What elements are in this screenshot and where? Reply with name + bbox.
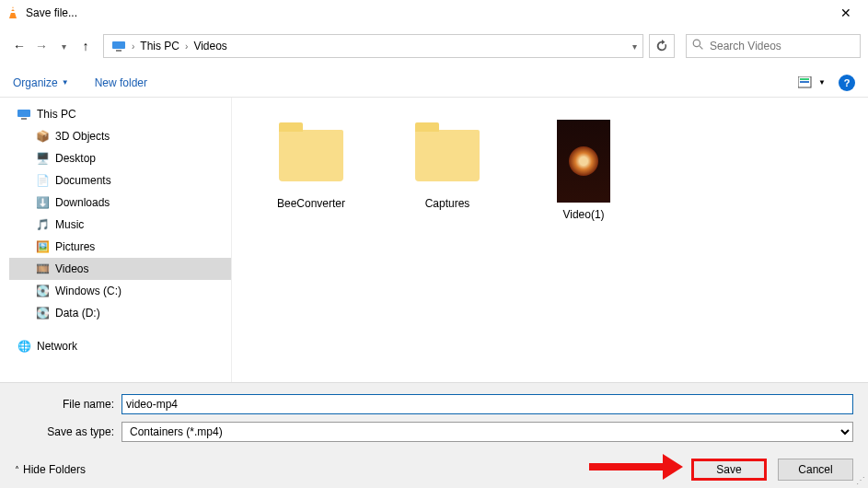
organize-button[interactable]: Organize▼ [13,76,69,89]
svg-rect-9 [800,81,809,83]
file-label: BeeConverter [277,197,345,210]
sidebar-item-videos[interactable]: 🎞️Videos [9,258,231,280]
folder-icon [415,130,480,181]
svg-rect-4 [116,50,122,52]
view-button[interactable]: ▼ [798,76,826,89]
svg-line-6 [700,46,702,49]
sidebar-item-downloads[interactable]: ⬇️Downloads [9,192,231,214]
svg-rect-1 [10,11,16,13]
save-button[interactable]: Save [691,459,767,481]
pc-icon [111,39,126,53]
resize-grip[interactable]: ⋰ [856,475,865,485]
videos-icon: 🎞️ [35,261,50,276]
tree-label: Windows (C:) [55,285,122,297]
svg-rect-3 [112,41,125,49]
drive-icon: 💽 [35,306,50,320]
tree-label: Documents [55,174,111,187]
chevron-right-icon: › [130,41,136,52]
tree-label: Downloads [55,196,110,209]
svg-rect-2 [11,8,15,10]
download-icon: ⬇️ [35,195,50,210]
sidebar-item-drive-d[interactable]: 💽Data (D:) [9,302,231,324]
music-icon: 🎵 [35,217,50,232]
sidebar-item-desktop[interactable]: 🖥️Desktop [9,147,231,169]
tree-label: Music [55,218,84,231]
save-type-label: Save as type: [15,425,114,438]
folder-icon [279,130,343,181]
close-icon[interactable]: ✕ [829,2,862,24]
chevron-down-icon: ▼ [62,78,69,87]
tree-label: 3D Objects [55,130,110,143]
new-folder-button[interactable]: New folder [95,76,147,89]
titlebar: Save file... ✕ [0,0,868,26]
chevron-right-icon: › [183,41,190,52]
tree-label: Videos [55,262,88,275]
file-label: Video(1) [562,208,604,221]
address-bar[interactable]: › This PC › Videos ▾ [103,34,643,58]
sidebar-item-drive-c[interactable]: 💽Windows (C:) [9,280,231,302]
sidebar: This PC 📦3D Objects 🖥️Desktop 📄Documents… [0,98,232,397]
footer: File name: Save as type: Containers (*.m… [0,382,868,488]
back-button[interactable]: ← [9,39,29,53]
pictures-icon: 🖼️ [35,239,50,254]
tree-label: Desktop [55,152,96,165]
pc-icon [17,107,31,122]
nav-arrows: ← → ▾ ↑ [7,39,98,53]
svg-rect-11 [21,118,27,120]
file-name-input[interactable] [122,394,853,414]
desktop-icon: 🖥️ [35,151,50,166]
network-icon: 🌐 [17,339,31,354]
svg-rect-10 [17,110,30,117]
svg-rect-8 [800,78,809,80]
breadcrumb-current[interactable]: Videos [190,40,230,52]
tree-label: Data (D:) [55,307,100,320]
breadcrumb-root[interactable]: This PC [136,40,183,52]
window-title: Save file... [26,6,829,19]
sidebar-item-network[interactable]: 🌐Network [9,335,231,357]
main-area: This PC 📦3D Objects 🖥️Desktop 📄Documents… [0,98,868,397]
video-thumbnail [557,120,610,203]
svg-point-5 [693,40,700,46]
sidebar-item-pictures[interactable]: 🖼️Pictures [9,236,231,258]
save-type-select[interactable]: Containers (*.mp4) [122,422,853,442]
hide-folders-label: Hide Folders [23,463,86,476]
search-box[interactable] [686,34,861,58]
tree-label: This PC [37,108,76,121]
sidebar-item-3d-objects[interactable]: 📦3D Objects [9,125,231,147]
chevron-down-icon: ▼ [818,78,826,87]
sidebar-item-music[interactable]: 🎵Music [9,214,231,236]
sidebar-item-documents[interactable]: 📄Documents [9,169,231,192]
cube-icon: 📦 [35,129,50,144]
refresh-button[interactable] [649,34,675,58]
file-pane[interactable]: BeeConverter Captures Video(1) [232,98,868,397]
file-label: Captures [425,197,470,210]
forward-button: → [31,39,52,53]
help-icon[interactable]: ? [839,75,855,91]
document-icon: 📄 [35,173,50,188]
tree-root[interactable]: This PC [9,103,231,125]
folder-item[interactable]: BeeConverter [265,120,357,210]
folder-item[interactable]: Captures [401,120,493,210]
nav-row: ← → ▾ ↑ › This PC › Videos ▾ [0,31,868,61]
toolbar: Organize▼ New folder ▼ ? [0,68,868,98]
video-item[interactable]: Video(1) [538,120,630,221]
chevron-down-icon[interactable]: ▾ [631,41,639,52]
cancel-button[interactable]: Cancel [778,459,853,481]
vlc-icon [6,6,20,20]
tree-label: Network [37,340,77,353]
tree-label: Pictures [55,240,95,253]
search-icon [692,39,704,53]
search-input[interactable] [710,40,854,52]
drive-icon: 💽 [35,284,50,298]
up-button[interactable]: ↑ [75,39,96,53]
chevron-up-icon: ˄ [15,465,19,475]
recent-dropdown[interactable]: ▾ [53,41,74,52]
hide-folders-button[interactable]: ˄ Hide Folders [15,463,86,476]
file-name-label: File name: [15,398,114,411]
